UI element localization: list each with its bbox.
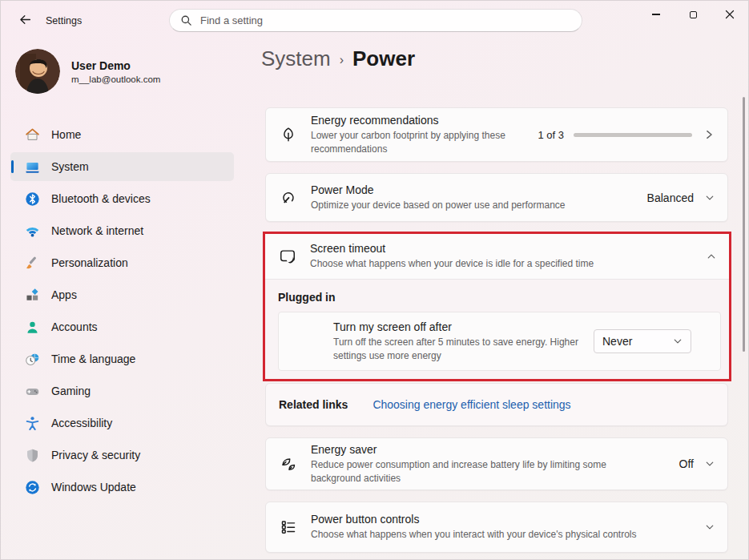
back-button[interactable] [12,7,38,31]
gamepad-icon [25,384,40,399]
sidebar-item-label: Apps [51,288,77,301]
sidebar-item-privacy[interactable]: Privacy & security [10,441,234,469]
power-button-controls-card[interactable]: Power button controls Choose what happen… [265,502,728,553]
system-icon [25,159,40,175]
avatar [15,49,60,94]
maximize-button[interactable] [675,1,711,28]
paintbrush-icon [25,256,40,271]
chevron-down-icon[interactable] [705,193,715,203]
sidebar-item-home[interactable]: Home [10,120,234,149]
settings-window: Settings Find a setting [0,0,749,560]
apps-icon [25,288,40,303]
sidebar-item-accounts[interactable]: Accounts [10,312,234,341]
sidebar-item-windows-update[interactable]: Windows Update [10,473,234,502]
screen-timeout-highlight-box: Screen timeout Choose what happens when … [263,232,731,381]
search-icon [180,14,192,26]
leaf-icon [279,125,298,144]
sidebar-item-label: Network & internet [51,224,143,237]
sidebar-item-label: Personalization [51,256,128,269]
sidebar-item-label: Accounts [51,320,98,333]
breadcrumb: System › Power [261,46,415,71]
close-icon [725,10,735,19]
sidebar-item-label: Time & language [51,353,135,365]
card-title: Power Mode [311,183,566,196]
card-description: Reduce power consumption and increase ba… [311,458,641,485]
sidebar-item-label: System [51,160,89,173]
accessibility-icon [25,416,40,431]
list-controls-icon [279,518,298,537]
sidebar-item-label: Accessibility [51,417,112,429]
power-mode-card[interactable]: Power Mode Optimize your device based on… [265,173,728,222]
minimize-button[interactable] [638,1,675,28]
sidebar-item-time-language[interactable]: Time & language [10,344,234,373]
sidebar-item-accessibility[interactable]: Accessibility [10,409,234,437]
sidebar-item-label: Gaming [51,385,91,397]
card-description: Choose what happens when your device is … [310,257,594,271]
user-email: m__lab@outlook.com [71,75,160,84]
sidebar-item-label: Privacy & security [51,449,140,461]
chevron-down-icon[interactable] [705,459,715,469]
sidebar-item-personalization[interactable]: Personalization [10,248,234,277]
clock-globe-icon [25,352,40,367]
card-description: Optimize your device based on power use … [311,199,566,212]
search-input[interactable]: Find a setting [169,9,582,32]
app-title: Settings [46,15,82,26]
screen-off-dropdown[interactable]: Never [594,329,691,353]
setting-description: Turn off the screen after 5 minutes to s… [333,336,594,363]
sidebar-item-system[interactable]: System [10,152,234,181]
energy-recommendations-card[interactable]: Energy recommendations Lower your carbon… [265,107,728,162]
related-links-label: Related links [279,398,348,411]
wifi-icon [25,224,40,239]
chevron-up-icon[interactable] [707,252,716,261]
setting-title: Turn my screen off after [333,320,594,333]
maximize-icon [690,11,697,18]
plugged-in-label: Plugged in [278,291,729,304]
dropdown-value: Never [602,335,632,348]
user-name: User Demo [71,59,160,72]
user-account[interactable]: User Demo m__lab@outlook.com [15,49,160,94]
sidebar: User Demo m__lab@outlook.com Home [1,39,245,559]
card-description: Lower your carbon footprint by applying … [311,129,537,156]
progress-bar [574,133,692,137]
energy-saver-card[interactable]: Energy saver Reduce power consumption an… [265,437,728,490]
leaves-icon [279,454,298,473]
update-icon [25,480,40,495]
shield-icon [25,448,40,463]
related-link[interactable]: Choosing energy efficient sleep settings [372,398,570,411]
sidebar-item-label: Home [51,128,81,141]
breadcrumb-separator: › [340,50,344,67]
breadcrumb-parent[interactable]: System [261,46,331,71]
sidebar-nav: Home System Bluetooth & devices [1,117,245,502]
minimize-icon [652,14,660,14]
back-icon [18,13,32,26]
sidebar-item-label: Windows Update [51,481,136,494]
card-title: Energy recommendations [311,114,537,127]
home-icon [25,127,40,143]
close-button[interactable] [711,1,748,28]
search-placeholder: Find a setting [200,14,263,26]
card-title: Energy saver [311,443,641,456]
energy-saver-value: Off [679,457,694,470]
screen-timeout-expander[interactable]: Screen timeout Choose what happens when … [265,234,729,280]
card-description: Choose what happens when you interact wi… [311,528,637,542]
scrollbar-thumb[interactable] [743,97,745,352]
sidebar-item-bluetooth[interactable]: Bluetooth & devices [10,184,234,213]
chevron-right-icon [703,129,715,140]
bluetooth-icon [25,191,40,207]
card-title: Screen timeout [310,242,594,255]
gauge-icon [279,188,298,207]
screen-off-setting-row: Turn my screen off after Turn off the sc… [278,312,721,371]
sidebar-item-gaming[interactable]: Gaming [10,377,234,405]
related-links-card: Related links Choosing energy efficient … [265,383,728,426]
window-controls [638,1,748,28]
power-mode-value[interactable]: Balanced [647,191,694,204]
page-title: Power [352,46,415,71]
sidebar-item-network[interactable]: Network & internet [10,216,234,245]
card-title: Power button controls [311,513,637,526]
sidebar-item-label: Bluetooth & devices [51,192,151,205]
sidebar-item-apps[interactable]: Apps [10,280,234,309]
chevron-down-icon[interactable] [705,522,715,532]
screen-moon-icon [278,247,297,266]
chevron-down-icon [673,336,683,346]
person-icon [25,320,40,335]
